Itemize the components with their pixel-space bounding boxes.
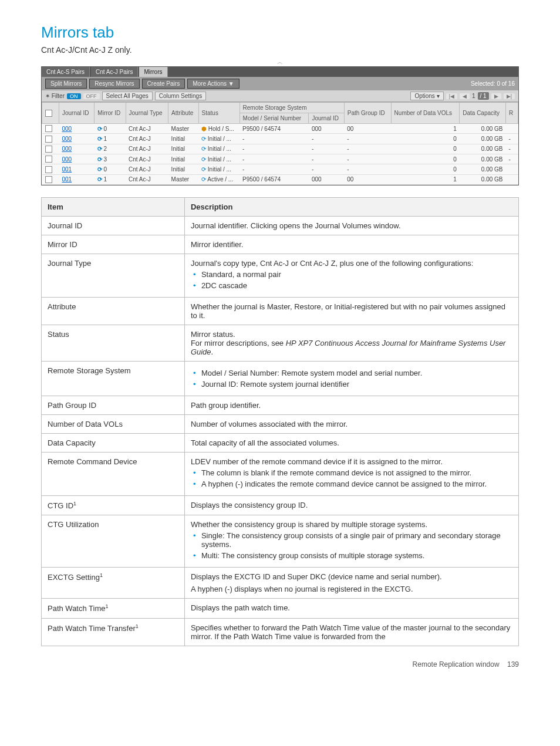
mirror-icon: ⟳ — [97, 146, 102, 152]
row-checkbox[interactable] — [45, 146, 52, 153]
table-row[interactable]: 000⟳ 0Cnt Ac-JMaster⬢ Hold / S...P9500 /… — [42, 124, 518, 134]
row-checkbox[interactable] — [45, 136, 52, 143]
filter-off-toggle[interactable]: OFF — [83, 93, 100, 99]
split-mirrors-button[interactable]: Split Mirrors — [45, 79, 87, 89]
desc-text: Mirror status.For mirror descriptions, s… — [184, 325, 518, 362]
desc-text: LDEV number of the remote command device… — [184, 453, 518, 496]
desc-head-description: Description — [184, 198, 518, 217]
row-checkbox[interactable] — [45, 125, 52, 132]
create-pairs-button[interactable]: Create Pairs — [142, 79, 185, 89]
desc-item: Remote Storage System — [42, 362, 185, 396]
caret-icon: ︿ — [41, 58, 519, 66]
table-row[interactable]: 001⟳ 1Cnt Ac-JMaster⟳ Active / ...P9500 … — [42, 174, 518, 184]
mirrors-panel: Cnt Ac-S PairsCnt Ac-J PairsMirrors Spli… — [41, 66, 519, 185]
desc-item: Status — [42, 325, 185, 362]
col-model-serial[interactable]: Model / Serial Number — [239, 113, 309, 124]
description-table: Item Description Journal IDJournal ident… — [41, 197, 519, 646]
desc-text: Whether the consistency group is shared … — [184, 515, 518, 568]
desc-text: Specifies whether to forward the Path Wa… — [184, 618, 518, 646]
selected-count: Selected: 0 of 16 — [471, 80, 515, 87]
table-row[interactable]: 000⟳ 3Cnt Ac-JInitial⟳ Initial / ...---0… — [42, 154, 518, 164]
desc-item: Remote Command Device — [42, 453, 185, 496]
desc-text: Journal's copy type, Cnt Ac-J or Cnt Ac-… — [184, 254, 518, 298]
col-num-vols[interactable]: Number of Data VOLs — [391, 103, 460, 124]
row-checkbox[interactable] — [45, 166, 52, 173]
journal-id-link[interactable]: 000 — [59, 124, 95, 134]
col-journal-type[interactable]: Journal Type — [126, 103, 168, 124]
journal-id-link[interactable]: 001 — [59, 174, 95, 184]
journal-id-link[interactable]: 000 — [59, 144, 95, 154]
footer-label: Remote Replication window — [413, 660, 500, 669]
filter-label: ✶ Filter — [45, 93, 65, 99]
pager-prev-icon[interactable]: ◀ — [460, 93, 470, 99]
pager-total: / 1 — [478, 92, 489, 100]
status-icon: ⟳ — [201, 156, 206, 163]
desc-text: Total capacity of all the associated vol… — [184, 434, 518, 453]
tab-cnt-ac-s-pairs[interactable]: Cnt Ac-S Pairs — [42, 67, 90, 77]
journal-id-link[interactable]: 000 — [59, 154, 95, 164]
desc-row: StatusMirror status.For mirror descripti… — [42, 325, 519, 362]
col-status[interactable]: Status — [198, 103, 239, 124]
column-settings-button[interactable]: Column Settings — [155, 92, 206, 100]
col-attribute[interactable]: Attribute — [168, 103, 198, 124]
pager-last-icon[interactable]: ▶| — [504, 93, 515, 99]
desc-text: Number of volumes associated with the mi… — [184, 415, 518, 434]
col-mirror-id[interactable]: Mirror ID — [95, 103, 126, 124]
desc-row: Path Group IDPath group identifier. — [42, 396, 519, 415]
mirror-icon: ⟳ — [97, 136, 102, 142]
desc-row: Number of Data VOLsNumber of volumes ass… — [42, 415, 519, 434]
mirror-icon: ⟳ — [97, 176, 102, 183]
desc-text: Model / Serial Number: Remote system mod… — [184, 362, 518, 396]
tab-cnt-ac-j-pairs[interactable]: Cnt Ac-J Pairs — [91, 67, 138, 77]
status-icon: ⟳ — [201, 146, 206, 152]
pager-current: 1 — [472, 93, 475, 99]
filter-on-toggle[interactable]: ON — [67, 93, 81, 99]
desc-item: Path Group ID — [42, 396, 185, 415]
desc-item: Path Watch Time1 — [42, 599, 185, 618]
desc-text: Displays the consistency group ID. — [184, 496, 518, 515]
journal-id-link[interactable]: 000 — [59, 134, 95, 144]
pager-next-icon[interactable]: ▶ — [491, 93, 501, 99]
table-row[interactable]: 000⟳ 1Cnt Ac-JInitial⟳ Initial / ...---0… — [42, 134, 518, 144]
table-row[interactable]: 001⟳ 0Cnt Ac-JInitial⟳ Initial / ...---0… — [42, 164, 518, 174]
more-actions-button[interactable]: More Actions ▼ — [187, 79, 239, 89]
desc-item: Path Watch Time Transfer1 — [42, 618, 185, 646]
select-all-pages-button[interactable]: Select All Pages — [102, 92, 153, 100]
status-icon: ⟳ — [201, 166, 206, 173]
desc-text: Displays the path watch time. — [184, 599, 518, 618]
status-icon: ⟳ — [201, 136, 206, 142]
desc-row: Remote Storage SystemModel / Serial Numb… — [42, 362, 519, 396]
select-all-checkbox[interactable] — [45, 110, 52, 117]
desc-text: Path group identifier. — [184, 396, 518, 415]
journal-id-link[interactable]: 001 — [59, 164, 95, 174]
desc-text: Displays the EXCTG ID and Super DKC (dev… — [184, 568, 518, 599]
pager-first-icon[interactable]: |◀ — [446, 93, 457, 99]
desc-row: Path Watch Time Transfer1Specifies wheth… — [42, 618, 519, 646]
page-subtitle: Cnt Ac-J/Cnt Ac-J Z only. — [41, 45, 519, 55]
col-data-cap[interactable]: Data Capacity — [460, 103, 506, 124]
col-journal-id[interactable]: Journal ID — [59, 103, 95, 124]
options-dropdown[interactable]: Options ▾ — [410, 92, 443, 100]
desc-item: CTG Utilization — [42, 515, 185, 568]
table-row[interactable]: 000⟳ 2Cnt Ac-JInitial⟳ Initial / ...---0… — [42, 144, 518, 154]
mirror-icon: ⟳ — [97, 126, 102, 132]
desc-text: Whether the journal is Master, Restore, … — [184, 298, 518, 325]
status-icon: ⬢ — [201, 126, 207, 132]
col-path-group[interactable]: Path Group ID — [344, 103, 391, 124]
resync-mirrors-button[interactable]: Resync Mirrors — [89, 79, 139, 89]
desc-item: CTG ID1 — [42, 496, 185, 515]
mirrors-grid: Journal ID Mirror ID Journal Type Attrib… — [42, 102, 518, 185]
col-remote-storage[interactable]: Remote Storage System — [239, 103, 344, 113]
row-checkbox[interactable] — [45, 156, 52, 163]
desc-row: Data CapacityTotal capacity of all the a… — [42, 434, 519, 453]
desc-row: AttributeWhether the journal is Master, … — [42, 298, 519, 325]
filter-bar: ✶ Filter ON OFF Select All Pages Column … — [42, 90, 518, 102]
col-r[interactable]: R — [506, 103, 518, 124]
col-remote-jid[interactable]: Journal ID — [309, 113, 344, 124]
more-actions-label: More Actions — [193, 80, 227, 87]
row-checkbox[interactable] — [45, 176, 52, 183]
desc-row: CTG ID1Displays the consistency group ID… — [42, 496, 519, 515]
desc-item: Mirror ID — [42, 235, 185, 254]
tab-mirrors[interactable]: Mirrors — [139, 67, 167, 77]
status-icon: ⟳ — [201, 176, 206, 183]
